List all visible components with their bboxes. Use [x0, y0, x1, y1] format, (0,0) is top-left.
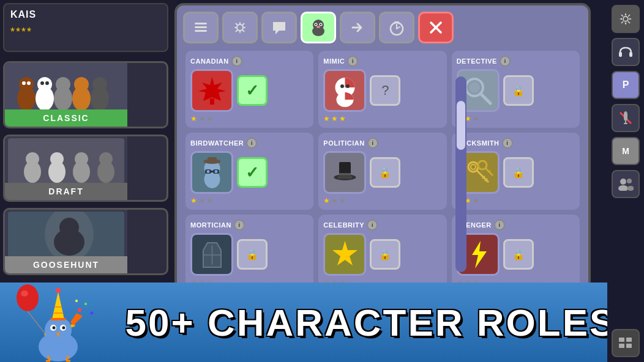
- politician-info-btn[interactable]: i: [367, 138, 378, 149]
- celebrity-name: CELEBRITY: [323, 221, 364, 229]
- toolbar-arrow-button[interactable]: [340, 12, 375, 43]
- mic-off-button[interactable]: [612, 104, 640, 132]
- celebrity-icon: [323, 233, 366, 276]
- mortician-slot[interactable]: 🔒: [237, 239, 268, 270]
- m-button[interactable]: M: [612, 137, 640, 165]
- svg-rect-29: [195, 30, 207, 32]
- avenger-header: AVENGER i: [457, 220, 575, 231]
- birdwatcher-slot[interactable]: ✓: [237, 157, 268, 188]
- svg-point-3: [37, 77, 52, 92]
- headphones-icon: [618, 44, 634, 60]
- canadian-check: ✓: [245, 81, 259, 100]
- mode-goosehunt[interactable]: GOOSEHUNT: [3, 208, 168, 275]
- svg-rect-27: [195, 23, 207, 24]
- toolbar: [183, 12, 582, 43]
- extra-button[interactable]: [612, 329, 640, 357]
- role-locksmith[interactable]: LOCKSMITH i: [452, 133, 580, 210]
- role-avenger[interactable]: AVENGER i 🔒 ★ ★ ★: [452, 215, 580, 292]
- star-1: ★: [190, 114, 197, 123]
- mic-off-icon: [618, 111, 633, 125]
- star-2: ★: [331, 114, 338, 123]
- avenger-slot[interactable]: 🔒: [503, 239, 534, 270]
- scrollbar[interactable]: [455, 76, 466, 272]
- classic-birds-svg: [8, 65, 124, 111]
- toolbar-timer-button[interactable]: [379, 12, 414, 43]
- list-icon: [192, 19, 209, 36]
- role-birdwatcher[interactable]: BIRDWATCHER i: [185, 133, 313, 210]
- mimic-question: ?: [381, 83, 389, 98]
- svg-point-26: [45, 212, 94, 257]
- mortician-header: MORTICIAN i: [190, 220, 309, 231]
- users-button[interactable]: [612, 170, 640, 198]
- player-stars: ****: [10, 26, 32, 39]
- mortician-icon: [190, 233, 233, 276]
- draft-preview: [5, 136, 127, 185]
- timer-icon: [388, 19, 405, 36]
- audio-button[interactable]: [612, 38, 640, 66]
- gear-icon: [231, 19, 249, 36]
- grid-icon: [619, 338, 632, 349]
- coffin-icon: [195, 238, 229, 272]
- celebrity-slot[interactable]: 🔒: [370, 239, 400, 270]
- toolbar-list-button[interactable]: [183, 12, 219, 43]
- mortician-info-btn[interactable]: i: [234, 220, 245, 231]
- celebrity-info-btn[interactable]: i: [367, 220, 378, 231]
- avenger-info-btn[interactable]: i: [494, 220, 505, 231]
- svg-point-22: [99, 152, 113, 166]
- birdwatcher-bird-icon: [195, 156, 229, 190]
- politician-name: POLITICIAN: [323, 139, 364, 147]
- locksmith-slot[interactable]: 🔒: [503, 157, 534, 188]
- canadian-slot[interactable]: ✓: [237, 75, 268, 106]
- detective-stars: ★ ★ ★: [457, 114, 575, 123]
- toolbar-chat-button[interactable]: [261, 12, 297, 43]
- svg-rect-108: [626, 344, 632, 348]
- svg-point-5: [56, 77, 70, 92]
- mode-classic[interactable]: CLASSIC: [3, 61, 168, 128]
- svg-point-7: [74, 77, 89, 92]
- locksmith-info-btn[interactable]: i: [502, 138, 513, 149]
- mimic-info-btn[interactable]: i: [347, 56, 358, 67]
- settings-gear-icon: [618, 12, 633, 26]
- mimic-name: MIMIC: [323, 57, 345, 65]
- detective-slot[interactable]: 🔒: [503, 75, 534, 106]
- svg-point-66: [471, 164, 476, 169]
- canadian-stars: ★ ★ ★: [190, 114, 309, 123]
- svg-rect-56: [210, 171, 214, 172]
- classic-preview: [5, 63, 127, 112]
- p-button[interactable]: P: [612, 71, 640, 99]
- politician-slot[interactable]: 🔒: [370, 157, 400, 188]
- birdwatcher-info-btn[interactable]: i: [246, 138, 257, 149]
- role-politician[interactable]: POLITICIAN i: [318, 133, 446, 210]
- toolbar-character-button[interactable]: [301, 12, 336, 43]
- toolbar-close-button[interactable]: [418, 12, 454, 43]
- canadian-header: CANADIAN i: [190, 56, 309, 67]
- role-celebrity[interactable]: CELEBRITY i 🔒 ★ ★ ★: [318, 215, 446, 292]
- star-3: ★: [206, 114, 213, 123]
- mimic-slot[interactable]: ?: [370, 75, 400, 106]
- canadian-icon: [190, 69, 233, 112]
- role-detective[interactable]: DETECTIVE i 🔒 ★: [452, 51, 580, 128]
- draft-label: DRAFT: [5, 183, 127, 200]
- mode-draft[interactable]: DRAFT: [3, 135, 168, 202]
- politician-icon: [323, 151, 366, 194]
- role-mortician[interactable]: MORTICIAN i 🔒 ★: [185, 215, 313, 292]
- role-mimic[interactable]: MIMIC i: [318, 51, 446, 128]
- svg-point-47: [340, 84, 344, 88]
- player-name: KAIS: [10, 9, 36, 20]
- detective-info-btn[interactable]: i: [500, 56, 511, 67]
- role-canadian[interactable]: CANADIAN i ✓ ★ ★: [185, 51, 313, 128]
- settings-button[interactable]: [612, 5, 640, 33]
- svg-point-80: [91, 312, 94, 315]
- svg-rect-28: [195, 26, 207, 28]
- celebrity-star-icon: [328, 238, 362, 272]
- character-icon: [309, 18, 328, 37]
- top-hat-icon: [328, 156, 362, 190]
- scroll-thumb[interactable]: [457, 101, 465, 150]
- detective-content: 🔒: [457, 69, 575, 112]
- star-2: ★: [331, 196, 338, 205]
- canadian-info-btn[interactable]: i: [231, 56, 242, 67]
- star-1: ★: [323, 114, 330, 123]
- canadian-name: CANADIAN: [190, 57, 229, 65]
- star-2: ★: [198, 196, 205, 205]
- toolbar-settings-button[interactable]: [222, 12, 258, 43]
